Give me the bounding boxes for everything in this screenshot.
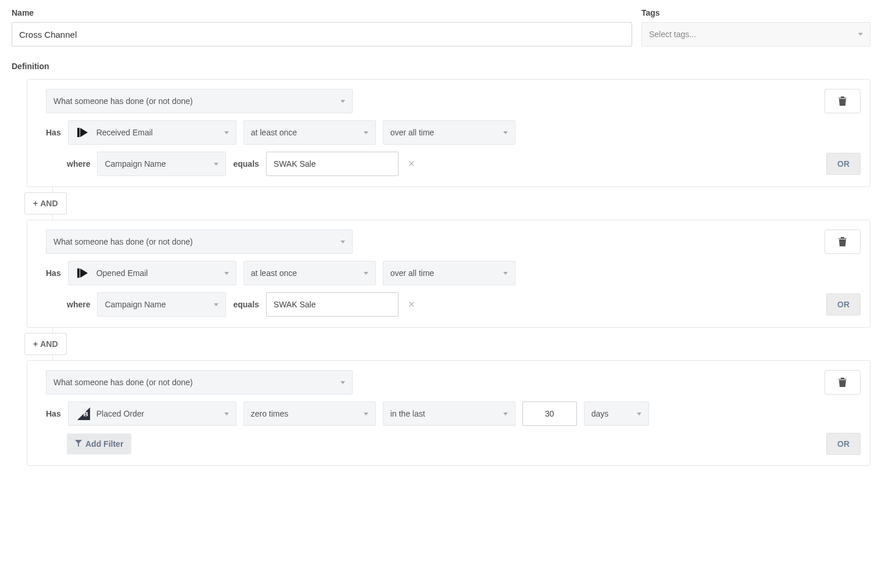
- and-button[interactable]: +AND: [24, 333, 67, 355]
- and-label: AND: [40, 339, 58, 349]
- filter-icon: [75, 439, 82, 449]
- add-filter-label: Add Filter: [85, 439, 123, 449]
- chevron-down-icon: [637, 413, 641, 415]
- tags-select[interactable]: Select tags...: [641, 22, 870, 46]
- has-label: Has: [46, 268, 61, 278]
- remove-filter-button[interactable]: ✕: [406, 299, 418, 310]
- frequency-select[interactable]: at least once: [243, 120, 376, 145]
- trash-icon: [838, 378, 847, 387]
- chevron-down-icon: [224, 413, 229, 415]
- chevron-down-icon: [503, 413, 508, 415]
- chevron-down-icon: [503, 272, 508, 275]
- period-select[interactable]: over all time: [383, 261, 515, 285]
- definition-label: Definition: [12, 62, 870, 71]
- condition-type-select[interactable]: What someone has done (or not done): [46, 370, 353, 395]
- or-button[interactable]: OR: [826, 433, 861, 455]
- condition-card: What someone has done (or not done) Has …: [27, 220, 870, 328]
- trash-icon: [838, 237, 847, 246]
- time-value-input[interactable]: 30: [522, 401, 577, 426]
- condition-type-value: What someone has done (or not done): [53, 378, 193, 387]
- chevron-down-icon: [364, 272, 368, 275]
- chevron-down-icon: [340, 241, 345, 243]
- chevron-down-icon: [364, 413, 368, 415]
- bigcommerce-icon: [76, 406, 92, 422]
- trash-icon: [838, 96, 847, 106]
- equals-label: equals: [233, 300, 259, 309]
- condition-type-select[interactable]: What someone has done (or not done): [46, 230, 353, 254]
- chevron-down-icon: [364, 131, 368, 134]
- remove-filter-button[interactable]: ✕: [406, 159, 418, 169]
- period-value: over all time: [390, 268, 434, 278]
- klaviyo-icon: [76, 265, 92, 281]
- where-label: where: [67, 300, 90, 309]
- has-label: Has: [46, 409, 61, 418]
- period-value: over all time: [390, 128, 434, 137]
- plus-icon: +: [33, 199, 38, 208]
- property-value: Campaign Name: [105, 300, 166, 309]
- delete-condition-button[interactable]: [824, 89, 861, 113]
- filter-value-input[interactable]: SWAK Sale: [266, 292, 399, 317]
- frequency-select[interactable]: zero times: [243, 401, 376, 426]
- or-button[interactable]: OR: [826, 153, 861, 175]
- where-label: where: [67, 159, 90, 168]
- or-button[interactable]: OR: [826, 293, 861, 315]
- chevron-down-icon: [503, 131, 508, 134]
- time-value-text: 30: [545, 409, 554, 418]
- has-label: Has: [46, 128, 61, 137]
- chevron-down-icon: [214, 163, 218, 166]
- chevron-down-icon: [224, 131, 229, 134]
- condition-card: What someone has done (or not done) Has …: [27, 360, 870, 466]
- time-units-select[interactable]: days: [584, 401, 649, 426]
- period-select[interactable]: in the last: [383, 401, 515, 426]
- event-select[interactable]: Received Email: [68, 120, 236, 145]
- chevron-down-icon: [858, 33, 863, 36]
- chevron-down-icon: [340, 100, 345, 103]
- filter-value-text: SWAK Sale: [274, 300, 316, 309]
- frequency-value: at least once: [251, 268, 297, 278]
- name-label: Name: [12, 8, 632, 17]
- tags-label: Tags: [641, 8, 870, 17]
- frequency-value: at least once: [251, 128, 297, 137]
- condition-type-value: What someone has done (or not done): [53, 237, 193, 246]
- name-input[interactable]: [12, 22, 632, 46]
- frequency-select[interactable]: at least once: [243, 261, 376, 285]
- event-value: Received Email: [96, 128, 153, 137]
- period-select[interactable]: over all time: [383, 120, 515, 145]
- condition-card: What someone has done (or not done) Has …: [27, 79, 870, 187]
- frequency-value: zero times: [251, 409, 289, 418]
- equals-label: equals: [233, 159, 259, 168]
- add-filter-button[interactable]: Add Filter: [67, 433, 131, 454]
- property-select[interactable]: Campaign Name: [97, 152, 226, 176]
- filter-value-text: SWAK Sale: [274, 159, 316, 168]
- filter-value-input[interactable]: SWAK Sale: [266, 152, 399, 176]
- property-select[interactable]: Campaign Name: [97, 292, 226, 317]
- event-select[interactable]: Placed Order: [68, 401, 236, 426]
- delete-condition-button[interactable]: [824, 230, 861, 254]
- event-select[interactable]: Opened Email: [68, 261, 236, 285]
- time-units-value: days: [591, 409, 609, 418]
- property-value: Campaign Name: [105, 159, 166, 168]
- and-button[interactable]: +AND: [24, 192, 67, 214]
- event-value: Placed Order: [96, 409, 144, 418]
- tags-placeholder: Select tags...: [649, 30, 696, 39]
- and-label: AND: [40, 199, 58, 208]
- chevron-down-icon: [340, 381, 345, 384]
- chevron-down-icon: [224, 272, 229, 275]
- period-value: in the last: [390, 409, 425, 418]
- chevron-down-icon: [214, 303, 218, 306]
- event-value: Opened Email: [96, 268, 148, 278]
- klaviyo-icon: [76, 124, 92, 141]
- condition-type-select[interactable]: What someone has done (or not done): [46, 89, 353, 113]
- plus-icon: +: [33, 339, 38, 349]
- condition-type-value: What someone has done (or not done): [53, 96, 193, 106]
- delete-condition-button[interactable]: [824, 370, 861, 395]
